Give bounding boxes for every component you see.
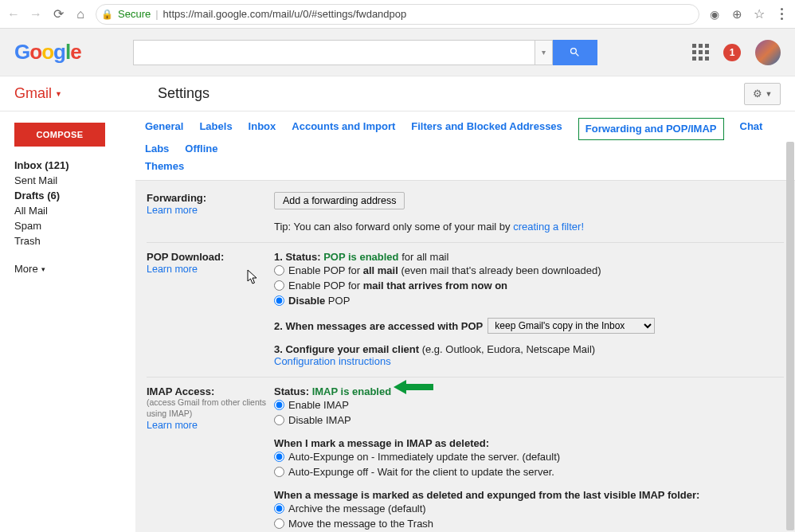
compose-button[interactable]: COMPOSE <box>14 123 105 147</box>
apps-icon[interactable] <box>692 44 709 61</box>
arrow-icon <box>394 378 433 396</box>
sidebar-item-spam[interactable]: Spam <box>14 220 127 232</box>
section-forwarding: Forwarding: Learn more Add a forwarding … <box>147 187 784 237</box>
reload-icon[interactable]: ⟳ <box>51 7 65 22</box>
imap-disable-radio[interactable] <box>274 415 284 425</box>
tab-offline[interactable]: Offline <box>185 140 217 158</box>
gear-icon: ⚙ <box>753 88 762 100</box>
caret-down-icon: ▾ <box>41 265 45 273</box>
tab-inbox[interactable]: Inbox <box>249 118 276 140</box>
avatar[interactable] <box>755 40 781 65</box>
menu-icon[interactable] <box>774 7 789 22</box>
settings-tabs: General Labels Inbox Accounts and Import… <box>135 111 795 180</box>
browser-toolbar: ← → ⟳ ⌂ 🔒 Secure | https://mail.google.c… <box>0 0 795 29</box>
pop-label: POP Download: <box>147 251 274 263</box>
create-filter-link[interactable]: creating a filter! <box>513 221 584 233</box>
url-bar[interactable]: 🔒 Secure | https://mail.google.com/mail/… <box>96 4 699 25</box>
imap-delete-title: When I mark a message in IMAP as deleted… <box>274 437 784 449</box>
sidebar-item-allmail[interactable]: All Mail <box>14 205 127 217</box>
auto-expunge-off-radio[interactable] <box>274 467 284 477</box>
zoom-icon[interactable]: ⊕ <box>730 7 744 22</box>
trash-radio[interactable] <box>274 518 284 529</box>
sidebar-more[interactable]: More ▾ <box>14 263 127 275</box>
pop-disable-radio[interactable] <box>274 295 284 306</box>
search-input[interactable] <box>133 40 535 65</box>
forward-icon[interactable]: → <box>29 7 43 22</box>
caret-down-icon: ▼ <box>55 90 62 98</box>
page-title: Settings <box>158 85 210 102</box>
tab-accounts[interactable]: Accounts and Import <box>292 118 395 140</box>
scrollbar[interactable] <box>786 142 794 530</box>
url-text: https://mail.google.com/mail/u/0/#settin… <box>163 8 407 20</box>
tab-labs[interactable]: Labs <box>145 140 169 158</box>
pop-access-select[interactable]: keep Gmail's copy in the Inbox <box>488 318 655 334</box>
pop-access-label: 2. When messages are accessed with POP <box>274 320 483 332</box>
tab-labels[interactable]: Labels <box>199 118 232 140</box>
caret-down-icon: ▼ <box>766 90 773 98</box>
pop-learn-more[interactable]: Learn more <box>147 264 198 275</box>
pop-status: POP is enabled <box>323 251 398 263</box>
google-logo[interactable]: Google <box>14 40 81 65</box>
secure-label: Secure <box>118 8 151 20</box>
forwarding-tip: Tip: You can also forward only some of y… <box>274 221 784 233</box>
tab-filters[interactable]: Filters and Blocked Addresses <box>411 118 562 140</box>
search-icon <box>569 46 581 58</box>
add-forwarding-button[interactable]: Add a forwarding address <box>274 192 405 209</box>
sidebar-item-drafts[interactable]: Drafts (6) <box>14 190 127 201</box>
section-imap: IMAP Access: (access Gmail from other cl… <box>147 377 784 532</box>
imap-hint: (access Gmail from other clients using I… <box>147 397 274 419</box>
imap-expunge-title: When a message is marked as deleted and … <box>274 489 784 501</box>
imap-status: IMAP is enabled <box>312 385 391 397</box>
sub-header: Gmail ▼ Settings ⚙ ▼ <box>0 76 795 111</box>
tab-chat[interactable]: Chat <box>740 118 763 140</box>
archive-radio[interactable] <box>274 503 284 514</box>
google-header: Google ▾ 1 <box>0 29 795 76</box>
eye-icon[interactable]: ◉ <box>707 7 722 22</box>
pop-enable-all-radio[interactable] <box>274 265 284 276</box>
notifications-badge[interactable]: 1 <box>723 44 741 61</box>
auto-expunge-on-radio[interactable] <box>274 452 284 462</box>
imap-enable-radio[interactable] <box>274 400 284 410</box>
tab-forwarding-pop-imap[interactable]: Forwarding and POP/IMAP <box>578 118 724 140</box>
imap-learn-more[interactable]: Learn more <box>147 420 198 431</box>
search-button[interactable] <box>553 40 597 65</box>
gmail-dropdown[interactable]: Gmail ▼ <box>14 85 62 102</box>
back-icon[interactable]: ← <box>6 7 21 22</box>
content: General Labels Inbox Accounts and Import… <box>135 111 795 532</box>
star-icon[interactable]: ☆ <box>752 7 766 22</box>
imap-label: IMAP Access: <box>147 385 274 397</box>
sidebar-item-sent[interactable]: Sent Mail <box>14 174 127 186</box>
forwarding-learn-more[interactable]: Learn more <box>147 205 198 216</box>
search-dropdown-icon[interactable]: ▾ <box>535 40 553 65</box>
sidebar-item-trash[interactable]: Trash <box>14 235 127 247</box>
pop-config-link[interactable]: Configuration instructions <box>274 355 391 367</box>
tab-themes[interactable]: Themes <box>145 158 184 175</box>
sidebar: COMPOSE Inbox (121) Sent Mail Drafts (6)… <box>0 111 135 532</box>
svg-marker-0 <box>394 380 433 394</box>
section-pop: POP Download: Learn more 1. Status: POP … <box>147 242 784 372</box>
sidebar-item-inbox[interactable]: Inbox (121) <box>14 159 127 171</box>
home-icon[interactable]: ⌂ <box>73 7 88 22</box>
pop-enable-new-radio[interactable] <box>274 280 284 291</box>
gear-button[interactable]: ⚙ ▼ <box>744 83 781 105</box>
lock-icon: 🔒 <box>101 9 113 20</box>
forwarding-label: Forwarding: <box>147 192 274 204</box>
tab-general[interactable]: General <box>145 118 183 140</box>
